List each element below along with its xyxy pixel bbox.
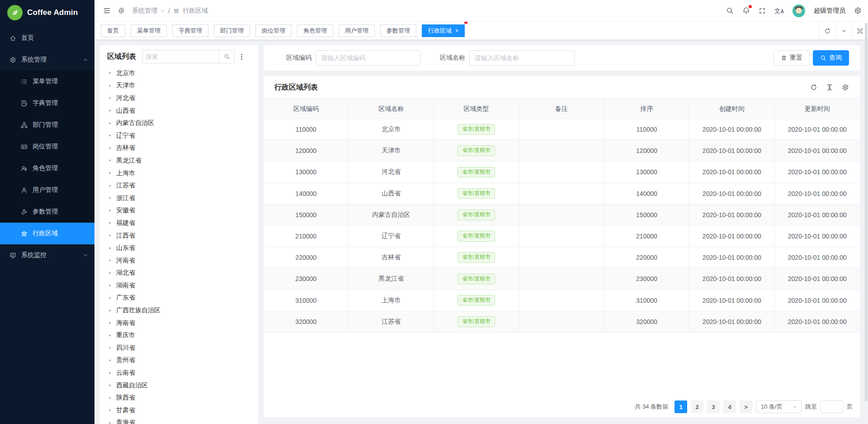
sidebar-item-home[interactable]: 首页 (0, 27, 94, 49)
fullscreen-icon[interactable] (759, 7, 766, 14)
caret-right-icon[interactable] (108, 196, 112, 200)
sidebar-group-system[interactable]: 系统管理 (0, 49, 94, 71)
sidebar-item-admin-region[interactable]: 行政区域 (0, 223, 94, 244)
caret-right-icon[interactable] (108, 283, 112, 287)
username[interactable]: 超级管理员 (814, 7, 845, 15)
region-code-input[interactable] (316, 50, 421, 66)
page-button[interactable]: 2 (691, 400, 703, 413)
tab[interactable]: 用户管理 × (339, 24, 375, 37)
sidebar-item-role-mgmt[interactable]: 角色管理 (0, 157, 94, 179)
close-icon[interactable]: × (455, 28, 458, 33)
caret-right-icon[interactable] (108, 346, 112, 350)
tree-item[interactable]: 天津市 (108, 80, 258, 92)
jump-page-input[interactable] (821, 400, 843, 413)
sidebar-group-monitor[interactable]: 系统监控 (0, 244, 94, 266)
tree-item[interactable]: 河南省 (108, 254, 258, 267)
sidebar-item-user-mgmt[interactable]: 用户管理 (0, 179, 94, 201)
table-row[interactable]: 110000 北京市 省市/直辖市 110000 2020-10-01 00:0… (264, 119, 860, 140)
table-row[interactable]: 210000 辽宁省 省市/直辖市 210000 2020-10-01 00:0… (264, 226, 860, 247)
tree-item[interactable]: 广东省 (108, 292, 258, 305)
bell-icon[interactable] (742, 7, 750, 14)
caret-right-icon[interactable] (108, 84, 112, 88)
chevron-down-icon[interactable] (835, 22, 852, 40)
tree-item[interactable]: 湖北省 (108, 267, 258, 280)
tab[interactable]: 角色管理 × (297, 24, 333, 37)
caret-right-icon[interactable] (108, 171, 112, 175)
caret-right-icon[interactable] (108, 333, 112, 338)
tree-item[interactable]: 西藏自治区 (108, 379, 258, 392)
more-options-icon[interactable] (239, 53, 244, 61)
tree-item[interactable]: 广西壮族自治区 (108, 304, 258, 317)
caret-right-icon[interactable] (108, 258, 112, 262)
tab[interactable]: 行政区域 × (422, 24, 465, 37)
tab[interactable]: 部门管理 × (214, 24, 250, 37)
caret-right-icon[interactable] (108, 221, 112, 225)
caret-right-icon[interactable] (108, 358, 112, 362)
search-icon[interactable] (726, 7, 734, 14)
menu-fold-icon[interactable] (103, 7, 111, 14)
tree-item[interactable]: 重庆市 (108, 329, 258, 342)
tree-item[interactable]: 上海市 (108, 167, 258, 180)
tab[interactable]: 字典管理 × (172, 24, 208, 37)
caret-right-icon[interactable] (108, 109, 112, 113)
tree-item[interactable]: 四川省 (108, 342, 258, 354)
scrollbar-thumb[interactable] (865, 23, 868, 402)
tree-item[interactable]: 甘肃省 (108, 404, 258, 417)
page-size-select[interactable]: 10 条/页 (756, 400, 802, 413)
sidebar-item-post-mgmt[interactable]: 岗位管理 (0, 136, 94, 157)
tab[interactable]: 首页 × (101, 24, 125, 37)
tree-item[interactable]: 山东省 (108, 242, 258, 254)
avatar[interactable] (793, 5, 805, 17)
tree-item[interactable]: 河北省 (108, 92, 258, 105)
page-button[interactable]: > (740, 400, 752, 413)
table-row[interactable]: 230000 黑龙江省 省市/直辖市 230000 2020-10-01 00:… (264, 268, 860, 290)
column-settings-icon[interactable] (842, 84, 849, 91)
tree-item[interactable]: 安徽省 (108, 205, 258, 217)
page-button[interactable]: 3 (707, 400, 720, 413)
sidebar-item-param-mgmt[interactable]: 参数管理 (0, 201, 94, 223)
tree-item[interactable]: 湖南省 (108, 279, 258, 292)
tree-item[interactable]: 江西省 (108, 229, 258, 242)
tab[interactable]: 参数管理 × (380, 24, 416, 37)
tree-item[interactable]: 陕西省 (108, 391, 258, 404)
table-row[interactable]: 150000 内蒙古自治区 省市/直辖市 150000 2020-10-01 0… (264, 205, 860, 226)
tree-item[interactable]: 辽宁省 (108, 129, 258, 142)
table-row[interactable]: 320000 江苏省 省市/直辖市 320000 2020-10-01 00:0… (264, 311, 860, 333)
tree-item[interactable]: 海南省 (108, 317, 258, 329)
table-row[interactable]: 120000 天津市 省市/直辖市 120000 2020-10-01 00:0… (264, 140, 860, 162)
caret-right-icon[interactable] (108, 233, 112, 238)
table-row[interactable]: 130000 河北省 省市/直辖市 130000 2020-10-01 00:0… (264, 162, 860, 183)
caret-right-icon[interactable] (108, 246, 112, 250)
caret-right-icon[interactable] (108, 408, 112, 412)
tab[interactable]: 菜单管理 × (131, 24, 167, 37)
tree-item[interactable]: 江苏省 (108, 179, 258, 192)
search-icon[interactable] (219, 50, 235, 63)
refresh-icon[interactable] (810, 84, 817, 91)
tree-item[interactable]: 云南省 (108, 367, 258, 379)
sidebar-item-menu-mgmt[interactable]: 菜单管理 (0, 71, 94, 92)
caret-right-icon[interactable] (108, 421, 112, 424)
settings-gear-icon[interactable] (854, 7, 862, 14)
tree-item[interactable]: 北京市 (108, 67, 258, 80)
caret-right-icon[interactable] (108, 396, 112, 400)
table-row[interactable]: 140000 山西省 省市/直辖市 140000 2020-10-01 00:0… (264, 183, 860, 205)
caret-right-icon[interactable] (108, 209, 112, 213)
density-icon[interactable] (826, 84, 833, 91)
caret-right-icon[interactable] (108, 96, 112, 100)
caret-right-icon[interactable] (108, 184, 112, 188)
tree-item[interactable]: 福建省 (108, 217, 258, 229)
tree-item[interactable]: 贵州省 (108, 354, 258, 367)
caret-right-icon[interactable] (108, 371, 112, 375)
tree-item[interactable]: 内蒙古自治区 (108, 117, 258, 129)
caret-right-icon[interactable] (108, 296, 112, 300)
page-scrollbar[interactable] (864, 0, 868, 424)
caret-right-icon[interactable] (108, 158, 112, 162)
tab[interactable]: 岗位管理 × (255, 24, 292, 37)
tree-search-input[interactable] (142, 50, 219, 63)
caret-right-icon[interactable] (108, 146, 112, 150)
tree-item[interactable]: 黑龙江省 (108, 154, 258, 167)
caret-right-icon[interactable] (108, 271, 112, 275)
table-row[interactable]: 310000 上海市 省市/直辖市 310000 2020-10-01 00:0… (264, 290, 860, 311)
table-row[interactable]: 220000 吉林省 省市/直辖市 220000 2020-10-01 00:0… (264, 247, 860, 268)
region-name-input[interactable] (469, 50, 575, 66)
